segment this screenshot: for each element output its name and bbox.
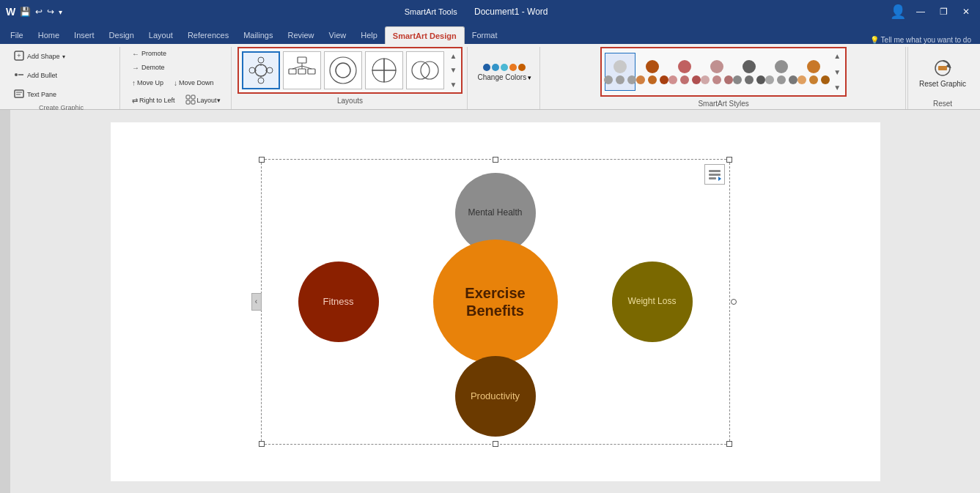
color-dot-2 [492,64,499,71]
styles-scroll-down[interactable]: ▼ [832,67,842,77]
handle-top-mid[interactable] [493,157,498,163]
circle-fitness[interactable]: Fitness [298,262,379,342]
reset-graphic-button[interactable]: Reset Graphic [914,47,971,98]
layout-svg-4 [368,54,400,86]
layouts-scroll-down[interactable]: ▼ [449,65,459,75]
smartart-container[interactable]: ‹ Mental Health Fitness [261,159,730,445]
styles-scroll: ▲ ▼ ▼ [832,51,842,92]
layouts-label: Layouts [237,97,463,106]
layouts-scroll: ▲ ▼ ▼ [449,51,459,89]
svg-rect-7 [186,95,190,99]
style-thumb-1[interactable] [605,53,635,91]
tab-view[interactable]: View [322,26,354,44]
restore-btn[interactable]: ❐ [935,5,952,18]
tab-references[interactable]: References [180,26,236,44]
ribbon-tabs: File Home Insert Design Layout Reference… [0,23,980,44]
text-pane-button[interactable]: Text Pane [9,85,61,104]
smartart-styles-label: SmartArt Styles [545,100,902,109]
add-shape-icon: + [13,50,25,62]
add-bullet-button[interactable]: Add Bullet [9,66,62,85]
handle-bot-mid[interactable] [493,441,498,447]
arrange-row2: → Demote [128,61,169,75]
ribbon: + Add Shape ▾ Add Bullet Text Pane Creat… [0,44,980,110]
svg-text:+: + [17,52,21,59]
tab-home[interactable]: Home [31,26,67,44]
change-colors-button[interactable]: Change Colors ▾ [472,47,537,98]
layout-button[interactable]: Layout▾ [181,92,225,109]
move-up-button[interactable]: ↑ Move Up [128,76,168,90]
styles-more[interactable]: ▼ [832,83,842,92]
styles-scroll-up[interactable]: ▲ [832,51,842,61]
tab-design[interactable]: Design [102,26,141,44]
right-to-left-button[interactable]: ⇄ Right to Left [128,92,180,109]
circle-productivity[interactable]: Productivity [455,356,536,437]
svg-point-13 [249,67,255,73]
tab-format[interactable]: Format [465,26,505,44]
smartart-styles-thumbnails: ▲ ▼ ▼ [600,47,847,97]
handle-bot-right[interactable] [726,441,732,447]
quick-redo[interactable]: ↪ [47,7,54,17]
reset-group: Reset Graphic Reset [907,47,977,109]
handle-bot-left[interactable] [259,441,265,447]
layouts-more[interactable]: ▼ [449,80,459,89]
circle-exercise-benefits[interactable]: Exercise Benefits [433,240,558,364]
color-dot-3 [501,64,508,71]
change-colors-dropdown[interactable]: ▾ [528,74,531,81]
color-dots [483,64,526,71]
handle-top-left[interactable] [259,157,265,163]
title-bar: W 💾 ↩ ↪ ▾ SmartArt Tools Document1 - Wor… [0,0,980,23]
layout-svg-3 [327,54,359,86]
tab-file[interactable]: File [3,26,31,44]
style-thumb-6[interactable] [766,53,797,91]
style-thumb-7[interactable] [798,53,829,91]
svg-rect-35 [709,177,716,179]
promote-button[interactable]: ← Promote [128,47,171,61]
style-thumb-2[interactable] [637,53,668,91]
document-title: SmartArt Tools Document1 - Word [405,7,548,17]
style-thumb-4[interactable] [701,53,732,91]
create-graphic-row2: Add Bullet [9,66,62,85]
svg-rect-9 [186,100,190,104]
layouts-scroll-up[interactable]: ▲ [449,51,459,61]
document-page: ‹ Mental Health Fitness [111,122,880,481]
handle-mid-right[interactable] [731,299,737,305]
content-area: ‹ Mental Health Fitness [0,110,980,493]
demote-button[interactable]: → Demote [128,61,169,75]
layout-thumb-1[interactable] [242,51,280,89]
move-down-button[interactable]: ↓ Move Down [169,76,218,90]
layout-thumb-5[interactable] [406,51,444,89]
tab-review[interactable]: Review [281,26,322,44]
tab-layout[interactable]: Layout [141,26,180,44]
tab-insert[interactable]: Insert [67,26,102,44]
quick-save[interactable]: 💾 [20,7,31,17]
quick-customize[interactable]: ▾ [59,8,62,16]
tab-smartart-design[interactable]: SmartArt Design [385,26,465,44]
change-colors-group: Change Colors ▾ [469,47,540,109]
arrange-row1: ← Promote [128,47,171,61]
tab-help[interactable]: Help [353,26,385,44]
left-panel [0,110,10,493]
minimize-btn[interactable]: — [912,5,929,18]
tab-mailings[interactable]: Mailings [236,26,280,44]
collapse-pane-button[interactable]: ‹ [251,293,262,311]
style-thumb-3[interactable] [669,53,700,91]
svg-point-14 [267,67,273,73]
quick-undo[interactable]: ↩ [35,7,43,17]
circle-weight-loss[interactable]: Weight Loss [612,262,693,342]
add-shape-button[interactable]: + Add Shape ▾ [9,47,70,66]
style-thumb-5[interactable] [734,53,765,91]
handle-top-right[interactable] [726,157,732,163]
user-icon: 👤 [890,4,906,20]
svg-rect-10 [191,100,195,104]
layout-thumb-2[interactable] [283,51,321,89]
arrange-group: ← Promote → Demote ↑ Move Up ↓ Move Down… [122,47,232,109]
layout-svg-1 [245,54,277,86]
svg-rect-34 [709,174,721,176]
svg-rect-33 [709,170,721,172]
layout-thumb-3[interactable] [324,51,362,89]
svg-point-27 [336,63,350,78]
layout-options-icon[interactable] [704,164,725,185]
close-btn[interactable]: ✕ [958,5,974,18]
layout-thumb-4[interactable] [365,51,403,89]
tell-me-input[interactable]: 💡 Tell me what you want to do [870,36,971,44]
